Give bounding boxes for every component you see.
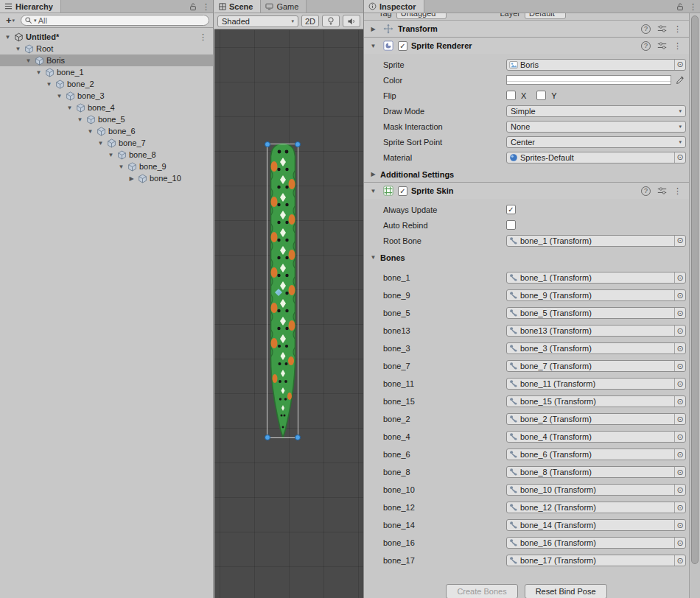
object-field[interactable]: Sprites-Default⊙ <box>506 152 686 163</box>
object-field[interactable]: bone_8 (Transform)⊙ <box>506 466 686 478</box>
hierarchy-item-boris[interactable]: ▼Boris <box>0 54 213 66</box>
object-field[interactable]: bone_5 (Transform)⊙ <box>506 307 686 319</box>
hierarchy-item-bone-4[interactable]: ▼bone_4 <box>0 102 213 113</box>
hierarchy-item-bone-2[interactable]: ▼bone_2 <box>0 78 213 90</box>
tab-game[interactable]: Game <box>261 0 307 13</box>
scene-lighting-button[interactable] <box>322 15 340 27</box>
inspector-scrollbar[interactable] <box>689 13 700 598</box>
tag-dropdown[interactable]: Untagged <box>396 13 447 19</box>
object-field[interactable]: bone_9 (Transform)⊙ <box>506 289 686 301</box>
hierarchy-search-input[interactable]: ▾ All <box>21 15 209 26</box>
foldout-open[interactable]: ▼ <box>96 140 105 147</box>
foldout-closed[interactable]: ▶ <box>127 175 136 182</box>
inspector-menu-icon[interactable]: ⋮ <box>689 2 697 12</box>
object-field[interactable]: bone_4 (Transform)⊙ <box>506 431 686 443</box>
object-field[interactable]: bone_10 (Transform)⊙ <box>506 484 686 496</box>
object-picker-icon[interactable]: ⊙ <box>674 361 685 371</box>
dropdown[interactable]: Center▾ <box>506 136 686 148</box>
hierarchy-item-bone-7[interactable]: ▼bone_7 <box>0 137 213 149</box>
hierarchy-item-untitled[interactable]: ▼Untitled*⋮ <box>0 31 213 43</box>
foldout-open[interactable]: ▼ <box>65 105 74 111</box>
hierarchy-item-bone-5[interactable]: ▼bone_5 <box>0 113 213 125</box>
object-picker-icon[interactable]: ⊙ <box>674 379 685 389</box>
foldout-open[interactable]: ▼ <box>44 81 54 88</box>
component-menu-icon[interactable]: ⋮ <box>673 186 682 196</box>
eyedropper-icon[interactable] <box>674 74 686 86</box>
help-icon[interactable]: ? <box>641 186 651 196</box>
lock-icon[interactable] <box>676 2 684 11</box>
bones-foldout[interactable]: ▼ Bones <box>364 250 689 265</box>
always-update-checkbox[interactable] <box>506 205 516 214</box>
selection-handle-bottom-right[interactable] <box>295 435 301 440</box>
selection-handle-bottom-left[interactable] <box>265 435 270 440</box>
layer-dropdown[interactable]: Default <box>525 13 566 19</box>
foldout-open[interactable]: ▼ <box>368 188 378 194</box>
flip-y-checkbox[interactable] <box>536 91 546 100</box>
object-field[interactable]: bone_2 (Transform)⊙ <box>506 413 686 425</box>
selection-handle-top-right[interactable] <box>295 141 301 147</box>
object-field[interactable]: bone_11 (Transform)⊙ <box>506 378 686 390</box>
presets-icon[interactable] <box>657 41 667 50</box>
help-icon[interactable]: ? <box>641 41 651 51</box>
scene-viewport[interactable] <box>214 30 363 598</box>
dropdown[interactable]: Simple▾ <box>506 105 686 117</box>
object-field[interactable]: bone_14 (Transform)⊙ <box>506 519 686 531</box>
foldout-open[interactable]: ▼ <box>3 34 13 41</box>
foldout-open[interactable]: ▼ <box>85 128 95 135</box>
foldout-open[interactable]: ▼ <box>368 43 378 49</box>
object-picker-icon[interactable]: ⊙ <box>674 414 685 424</box>
object-picker-icon[interactable]: ⊙ <box>674 326 685 336</box>
object-field[interactable]: bone_15 (Transform)⊙ <box>506 395 686 407</box>
color-swatch[interactable] <box>506 75 671 85</box>
object-picker-icon[interactable]: ⊙ <box>674 538 685 548</box>
foldout-open[interactable]: ▼ <box>75 116 85 123</box>
object-picker-icon[interactable]: ⊙ <box>674 290 685 300</box>
object-field[interactable]: bone_3 (Transform)⊙ <box>506 342 686 354</box>
create-bones-button[interactable]: Create Bones <box>446 584 517 598</box>
object-field[interactable]: Boris⊙ <box>506 59 686 71</box>
lock-icon[interactable] <box>189 2 197 11</box>
object-picker-icon[interactable]: ⊙ <box>674 432 685 442</box>
foldout-open[interactable]: ▼ <box>24 57 33 64</box>
object-picker-icon[interactable]: ⊙ <box>674 272 685 283</box>
object-picker-icon[interactable]: ⊙ <box>674 236 685 246</box>
object-field[interactable]: bone13 (Transform)⊙ <box>506 325 686 337</box>
presets-icon[interactable] <box>657 24 667 33</box>
object-picker-icon[interactable]: ⊙ <box>674 152 685 163</box>
selection-handle-top-left[interactable] <box>265 141 270 147</box>
object-picker-icon[interactable]: ⊙ <box>674 308 685 318</box>
object-field[interactable]: bone_17 (Transform)⊙ <box>506 555 686 566</box>
object-picker-icon[interactable]: ⊙ <box>674 502 685 513</box>
foldout-open[interactable]: ▼ <box>55 93 64 99</box>
object-picker-icon[interactable]: ⊙ <box>674 555 685 566</box>
object-field[interactable]: bone_12 (Transform)⊙ <box>506 502 686 513</box>
sprite-renderer-enabled-checkbox[interactable] <box>398 41 407 51</box>
hierarchy-item-bone-1[interactable]: ▼bone_1 <box>0 66 213 78</box>
object-picker-icon[interactable]: ⊙ <box>674 449 685 460</box>
flip-x-checkbox[interactable] <box>506 91 516 100</box>
object-picker-icon[interactable]: ⊙ <box>674 467 685 477</box>
shading-mode-dropdown[interactable]: Shaded ▾ <box>217 15 298 27</box>
dropdown[interactable]: None▾ <box>506 121 686 133</box>
add-gameobject-button[interactable]: + ▾ <box>4 15 17 27</box>
object-field[interactable]: bone_7 (Transform)⊙ <box>506 360 686 372</box>
reset-bind-pose-button[interactable]: Reset Bind Pose <box>525 584 607 598</box>
hierarchy-item-bone-6[interactable]: ▼bone_6 <box>0 125 213 137</box>
object-field[interactable]: bone_1 (Transform)⊙ <box>506 272 686 284</box>
inspector-scrollbar-thumb[interactable] <box>691 15 699 564</box>
tab-inspector[interactable]: Inspector <box>364 0 424 13</box>
tab-scene[interactable]: Scene <box>214 0 261 13</box>
scene-options-icon[interactable]: ⋮ <box>199 32 207 42</box>
tab-hierarchy[interactable]: Hierarchy <box>0 0 61 13</box>
component-menu-icon[interactable]: ⋮ <box>673 41 682 51</box>
object-picker-icon[interactable]: ⊙ <box>674 60 685 70</box>
hierarchy-item-bone-10[interactable]: ▶bone_10 <box>0 172 213 184</box>
hierarchy-menu-icon[interactable]: ⋮ <box>202 2 210 12</box>
additional-settings-foldout[interactable]: ▶ Additional Settings <box>364 166 689 182</box>
object-picker-icon[interactable]: ⊙ <box>674 343 685 353</box>
hierarchy-item-bone-8[interactable]: ▼bone_8 <box>0 149 213 161</box>
toggle-2d-button[interactable]: 2D <box>301 15 319 27</box>
presets-icon[interactable] <box>657 186 667 195</box>
object-picker-icon[interactable]: ⊙ <box>674 520 685 530</box>
object-field[interactable]: bone_6 (Transform)⊙ <box>506 448 686 460</box>
